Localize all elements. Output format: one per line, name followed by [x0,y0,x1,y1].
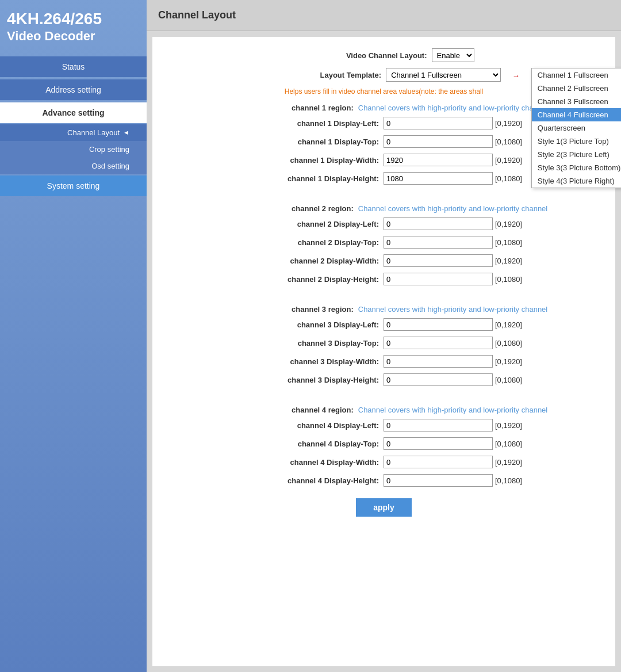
apply-row: apply [164,498,604,517]
channel4-height-row: channel 4 Display-Height: [0,1080] [164,474,604,487]
channel2-width-row: channel 2 Display-Width: [0,1920] [164,254,604,267]
channel-layout-label: Channel Layout [67,128,120,137]
channel4-width-range: [0,1920] [495,458,522,467]
channel4-top-label: channel 4 Display-Top: [246,440,384,448]
channel2-height-range: [0,1080] [495,275,522,284]
sidebar-logo: 4KH.264/265 Video Decoder [0,0,147,49]
channel4-top-row: channel 4 Display-Top: [0,1080] [164,437,604,450]
channel3-width-row: channel 3 Display-Width: [0,1920] [164,355,604,368]
layout-template-row: Layout Template: Channel 1 Fullscreen Ch… [164,68,604,82]
video-channel-layout-row: Video Channel Layout: Enable Disable [164,48,604,62]
channel1-top-label: channel 1 Display-Top: [246,138,384,146]
channel1-height-range: [0,1080] [495,174,522,183]
sidebar-item-crop-setting[interactable]: Crop setting [0,141,147,158]
dropdown-ch4-full[interactable]: Channel 4 Fullscreen [532,108,621,121]
dropdown-style3[interactable]: Style 3(3 Picture Bottom) [532,161,621,174]
channel4-left-row: channel 4 Display-Left: [0,1920] [164,419,604,432]
channel1-top-input[interactable] [384,135,493,148]
osd-setting-label: Osd setting [91,162,129,170]
channel4-left-input[interactable] [384,419,493,432]
channel3-width-range: [0,1920] [495,357,522,366]
logo-line2: Video Decoder [7,29,140,44]
channel2-region-label: channel 2 region: [220,204,358,213]
page-title: Channel Layout [158,9,236,21]
channel2-region-desc: Channel covers with high-priority and lo… [358,204,548,213]
channel3-height-row: channel 3 Display-Height: [0,1080] [164,373,604,386]
channel4-height-label: channel 4 Display-Height: [246,476,384,485]
page-header: Channel Layout [147,0,621,31]
main: Channel Layout Video Channel Layout: Ena… [147,0,621,672]
channel3-left-row: channel 3 Display-Left: [0,1920] [164,318,604,331]
channel4-width-label: channel 4 Display-Width: [246,458,384,467]
channel1-left-label: channel 1 Display-Left: [246,119,384,128]
apply-button[interactable]: apply [356,498,412,517]
channel2-width-input[interactable] [384,254,493,267]
channel2-left-label: channel 2 Display-Left: [246,220,384,228]
channel2-width-range: [0,1920] [495,257,522,265]
channel3-left-range: [0,1920] [495,320,522,329]
channel2-height-row: channel 2 Display-Height: [0,1080] [164,273,604,285]
sep1 [164,190,604,196]
channel2-top-range: [0,1080] [495,238,522,247]
video-channel-layout-label: Video Channel Layout: [294,51,432,60]
sidebar-item-status[interactable]: Status [0,56,147,77]
channel1-height-label: channel 1 Display-Height: [246,174,384,183]
channel4-width-input[interactable] [384,456,493,468]
sidebar-item-advance-setting[interactable]: Advance setting [0,102,147,123]
channel1-width-label: channel 1 Display-Width: [246,156,384,165]
layout-template-dropdown-container: Channel 1 Fullscreen Channel 2 Fullscree… [386,68,520,82]
sep2 [164,291,604,297]
sidebar-item-system-setting[interactable]: System setting [0,175,147,196]
sidebar-item-channel-layout[interactable]: Channel Layout ◄ [0,124,147,141]
channel2-left-row: channel 2 Display-Left: [0,1920] [164,217,604,230]
channel3-left-label: channel 3 Display-Left: [246,320,384,329]
channel4-left-range: [0,1920] [495,421,522,430]
channel2-height-label: channel 2 Display-Height: [246,275,384,284]
channel1-region-desc: Channel covers with high-priority and lo… [358,104,548,112]
sidebar-item-osd-setting[interactable]: Osd setting [0,158,147,174]
dropdown-quarter[interactable]: Quarterscreen [532,121,621,135]
channel3-region-desc: Channel covers with high-priority and lo… [358,305,548,314]
sidebar: 4KH.264/265 Video Decoder Status Address… [0,0,147,672]
channel3-top-input[interactable] [384,337,493,349]
channel-layout-arrow: ◄ [123,129,129,136]
crop-setting-label: Crop setting [89,145,129,154]
channel3-height-range: [0,1080] [495,376,522,384]
channel4-top-range: [0,1080] [495,440,522,448]
dropdown-style2[interactable]: Style 2(3 Picture Left) [532,148,621,161]
channel3-left-input[interactable] [384,318,493,331]
dropdown-style1[interactable]: Style 1(3 Picture Top) [532,135,621,148]
dropdown-ch3-full[interactable]: Channel 3 Fullscreen [532,95,621,108]
channel2-region-row: channel 2 region: Channel covers with hi… [164,204,604,213]
channel3-height-input[interactable] [384,373,493,386]
video-channel-layout-select[interactable]: Enable Disable [432,48,474,62]
channel1-width-input[interactable] [384,154,493,166]
dropdown-arrow: → [512,71,520,80]
dropdown-ch2-full[interactable]: Channel 2 Fullscreen [532,82,621,95]
channel2-width-label: channel 2 Display-Width: [246,257,384,265]
channel3-region-label: channel 3 region: [220,305,358,314]
sep3 [164,392,604,398]
channel3-width-input[interactable] [384,355,493,368]
channel3-top-row: channel 3 Display-Top: [0,1080] [164,337,604,349]
dropdown-style4[interactable]: Style 4(3 Picture Right) [532,174,621,188]
channel4-height-input[interactable] [384,474,493,487]
channel2-left-range: [0,1920] [495,220,522,228]
channel4-left-label: channel 4 Display-Left: [246,421,384,430]
channel1-left-input[interactable] [384,117,493,129]
channel1-height-input[interactable] [384,172,493,185]
channel3-width-label: channel 3 Display-Width: [246,357,384,366]
channel2-height-input[interactable] [384,273,493,285]
channel4-top-input[interactable] [384,437,493,450]
layout-template-select[interactable]: Channel 1 Fullscreen Channel 2 Fullscree… [386,68,501,82]
channel2-top-input[interactable] [384,236,493,249]
dropdown-ch1-full[interactable]: Channel 1 Fullscreen [532,68,621,82]
sidebar-item-address-setting[interactable]: Address setting [0,79,147,100]
channel4-height-range: [0,1080] [495,476,522,485]
channel3-region-row: channel 3 region: Channel covers with hi… [164,305,604,314]
channel2-left-input[interactable] [384,217,493,230]
channel4-region-desc: Channel covers with high-priority and lo… [358,406,548,414]
channel1-top-range: [0,1080] [495,138,522,146]
channel1-left-range: [0,1920] [495,119,522,128]
sidebar-nav: Status Address setting Advance setting C… [0,55,147,197]
